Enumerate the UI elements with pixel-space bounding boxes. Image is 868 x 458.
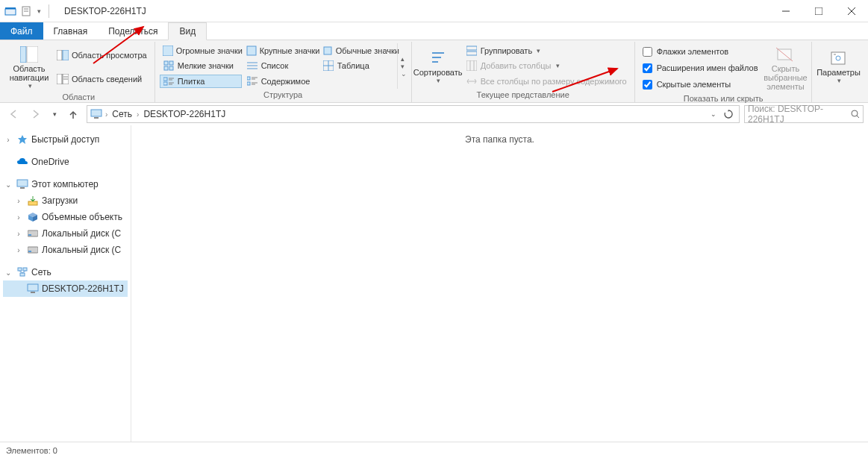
tree-local-disk-d[interactable]: › Локальный диск (С [3, 242, 128, 258]
svg-rect-47 [466, 60, 477, 71]
layout-huge[interactable]: Огромные значки [160, 44, 242, 57]
svg-rect-53 [831, 52, 845, 64]
layout-content[interactable]: Содержимое [243, 75, 318, 88]
checkbox-item-checkboxes-input[interactable] [643, 47, 652, 57]
svg-rect-10 [27, 46, 38, 63]
preview-pane-button[interactable]: Область просмотра [54, 48, 150, 62]
refresh-button[interactable] [721, 107, 736, 122]
search-icon [851, 110, 860, 119]
pc-icon [90, 108, 102, 120]
ribbon-group-options: Параметры [812, 42, 864, 102]
expander-icon[interactable]: › [13, 197, 24, 205]
checkbox-hidden-input[interactable] [643, 80, 652, 90]
tree-network[interactable]: ⌄ Сеть [3, 264, 128, 280]
add-columns-button[interactable]: Добавить столбцы [463, 59, 630, 72]
layout-table[interactable]: Таблица [319, 59, 394, 72]
minimize-button[interactable] [769, 0, 802, 22]
disk-icon [27, 228, 39, 239]
tab-view[interactable]: Вид [168, 22, 207, 40]
svg-rect-72 [18, 268, 22, 271]
layout-expand[interactable]: ⌄ [401, 70, 407, 78]
statusbar: Элементов: 0 [0, 442, 868, 458]
checkbox-item-checkboxes[interactable]: Флажки элементов [640, 46, 761, 57]
close-button[interactable] [835, 0, 868, 22]
navpane-icon [19, 45, 40, 64]
sort-icon [428, 48, 449, 68]
sort-button[interactable]: Сортировать [416, 43, 460, 89]
addr-dropdown[interactable]: ⌄ [708, 107, 719, 122]
search-box[interactable]: Поиск: DESKTOP-226H1TJ [744, 105, 864, 123]
expander-icon[interactable]: › [13, 230, 24, 238]
layout-scroll-down[interactable]: ▾ [401, 63, 407, 70]
options-button[interactable]: Параметры [817, 43, 860, 89]
hide-icon [775, 45, 796, 64]
crumb-sep[interactable]: › [137, 110, 139, 119]
content-icon [246, 75, 258, 87]
back-button[interactable] [4, 105, 22, 123]
crumb-network[interactable]: Сеть [110, 109, 134, 119]
expander-icon[interactable]: › [13, 246, 24, 254]
details-pane-button[interactable]: Область сведений [54, 72, 150, 86]
ribbon-group-show: Флажки элементов Расширения имен файлов … [635, 42, 813, 102]
svg-rect-1 [5, 9, 16, 15]
ribbon-group-layout: Огромные значки Крупные значки Обычные з… [155, 42, 412, 102]
tree-network-host[interactable]: DESKTOP-226H1TJ [3, 280, 128, 297]
tree-3d-objects[interactable]: › Объемные объекть [3, 209, 128, 225]
tree-onedrive[interactable]: OneDrive [3, 154, 128, 170]
address-bar[interactable]: › Сеть › DESKTOP-226H1TJ ⌄ [87, 105, 740, 123]
nav-sidebar: › Быстрый доступ OneDrive ⌄ Этот компьют… [0, 125, 131, 442]
maximize-button[interactable] [802, 0, 835, 22]
hide-selected-button[interactable]: Скрыть выбранные элементы [764, 43, 807, 92]
qat-properties-icon[interactable] [21, 5, 33, 17]
tab-home[interactable]: Главная [43, 22, 99, 40]
size-columns-button[interactable]: Все столбцы по размеру содержимого [463, 75, 630, 88]
med-icon [322, 45, 333, 57]
table-icon [322, 60, 334, 72]
navigation-pane-button[interactable]: Область навигации [7, 43, 51, 91]
qat-dropdown-icon[interactable]: ▾ [37, 7, 41, 15]
expander-icon[interactable]: › [13, 213, 24, 222]
pc-icon [16, 178, 28, 190]
layout-tiles[interactable]: Плитка [160, 75, 242, 88]
window-title: DESKTOP-226H1TJ [64, 6, 146, 16]
expander-icon[interactable]: › [3, 136, 13, 144]
status-item-count: Элементов: 0 [6, 446, 57, 455]
tree-local-disk-c[interactable]: › Локальный диск (С [3, 225, 128, 242]
crumb-host[interactable]: DESKTOP-226H1TJ [142, 109, 227, 119]
checkbox-extensions-input[interactable] [643, 63, 652, 73]
expander-icon[interactable]: ⌄ [3, 181, 13, 189]
checkbox-hidden[interactable]: Скрытые элементы [640, 79, 761, 90]
svg-rect-77 [28, 284, 38, 291]
tab-file[interactable]: Файл [0, 22, 43, 40]
layout-medium[interactable]: Обычные значки [319, 44, 394, 57]
layout-list[interactable]: Список [243, 59, 318, 72]
forward-button[interactable] [27, 105, 45, 123]
svg-rect-17 [163, 46, 173, 56]
svg-rect-39 [247, 82, 250, 85]
svg-rect-74 [20, 273, 25, 276]
tree-quick-access[interactable]: › Быстрый доступ [3, 131, 128, 148]
layout-scroll-up[interactable]: ▴ [401, 55, 407, 63]
up-button[interactable] [64, 105, 82, 123]
crumb-sep[interactable]: › [105, 110, 107, 119]
tree-downloads[interactable]: › Загрузки [3, 192, 128, 209]
svg-line-60 [857, 116, 859, 118]
layout-large[interactable]: Крупные значки [243, 44, 318, 57]
sizecol-icon [466, 75, 478, 87]
group-by-button[interactable]: Группировать [463, 44, 630, 57]
tiles-icon [163, 75, 175, 87]
expander-icon[interactable]: ⌄ [3, 269, 13, 277]
svg-rect-9 [20, 46, 26, 63]
svg-marker-61 [18, 135, 27, 144]
svg-rect-45 [466, 46, 477, 50]
tree-this-pc[interactable]: ⌄ Этот компьютер [3, 176, 128, 192]
group-icon [466, 45, 478, 57]
separator [49, 4, 49, 18]
svg-rect-23 [169, 66, 173, 70]
list-icon [246, 60, 258, 72]
tab-share[interactable]: Поделиться [98, 22, 168, 40]
titlebar: ▾ DESKTOP-226H1TJ [0, 0, 868, 22]
layout-small[interactable]: Мелкие значки [160, 59, 242, 72]
checkbox-extensions[interactable]: Расширения имен файлов [640, 63, 761, 74]
recent-dropdown[interactable]: ▾ [49, 105, 60, 123]
